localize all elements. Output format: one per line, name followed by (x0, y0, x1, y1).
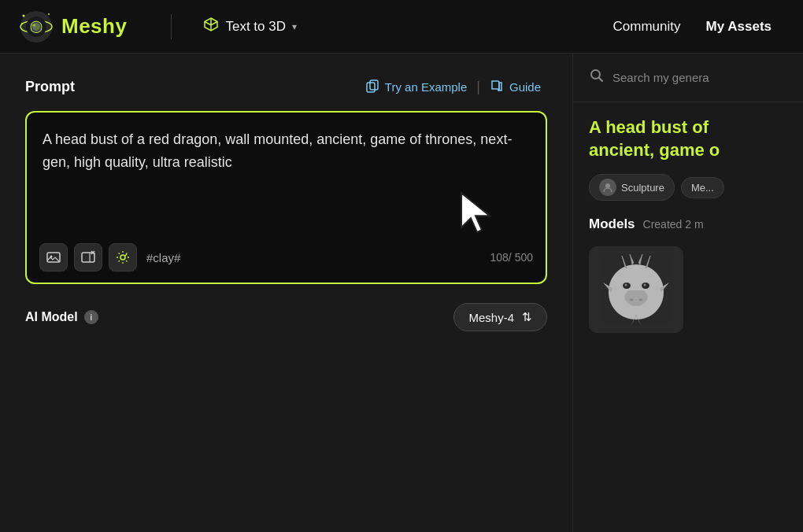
ai-model-row: AI Model i Meshy-4 ⇅ (25, 303, 547, 331)
cursor-arrow (455, 187, 498, 241)
tags-row: Sculpture Me... (573, 168, 803, 207)
ai-model-text: AI Model (25, 310, 78, 324)
nav-text-to-3d[interactable]: Text to 3D ▾ (194, 12, 306, 41)
models-title: Models (589, 216, 635, 232)
guide-label: Guide (509, 80, 541, 94)
svg-rect-12 (82, 253, 94, 262)
result-title: A head bust of ancient, game o (573, 102, 803, 168)
right-panel: Search my genera A head bust of ancient,… (573, 54, 803, 532)
nav-community[interactable]: Community (601, 14, 694, 39)
model-select[interactable]: Meshy-4 ⇅ (453, 303, 547, 331)
image-remove-button[interactable] (74, 243, 102, 272)
svg-point-23 (630, 298, 634, 301)
copy-icon (365, 79, 379, 95)
enhance-button[interactable] (109, 243, 137, 272)
clay-tag: #clay# (146, 251, 180, 264)
try-example-button[interactable]: Try an Example (359, 76, 473, 98)
models-header: Models Created 2 m (573, 207, 803, 238)
logo-icon (19, 9, 54, 44)
left-panel: Prompt Try an Example | (0, 54, 573, 532)
model-value: Meshy-4 (468, 311, 514, 324)
search-bar: Search my genera (573, 54, 803, 102)
prompt-text-content: A head bust of a red dragon, wall mounte… (43, 128, 530, 174)
svg-point-21 (625, 283, 627, 286)
image-upload-button[interactable] (39, 243, 68, 272)
model-thumb-area (573, 238, 803, 341)
info-icon[interactable]: i (84, 310, 98, 324)
svg-rect-9 (370, 80, 378, 90)
tag-sculpture[interactable]: Sculpture (589, 174, 675, 201)
guide-button[interactable]: Guide (483, 76, 547, 98)
chevron-down-icon: ▾ (292, 21, 297, 32)
separator: | (476, 79, 480, 95)
search-icon (589, 68, 605, 87)
search-input[interactable]: Search my genera (612, 71, 787, 84)
try-example-label: Try an Example (385, 80, 467, 94)
svg-point-24 (639, 298, 643, 301)
book-icon (490, 79, 504, 95)
prompt-actions: Try an Example | Guide (359, 76, 547, 98)
prompt-bottom-bar: #clay# 108/ 500 (39, 243, 533, 272)
nav-my-assets[interactable]: My Assets (694, 14, 784, 39)
svg-point-7 (21, 23, 23, 24)
svg-point-4 (32, 24, 35, 26)
app-header: Meshy Text to 3D ▾ Community My Assets (0, 0, 803, 54)
prompt-label: Prompt (25, 79, 359, 95)
models-subtitle: Created 2 m (643, 218, 704, 231)
updown-icon: ⇅ (522, 310, 532, 324)
nav-text-to-3d-label: Text to 3D (225, 19, 286, 35)
ai-model-label: AI Model i (25, 310, 98, 324)
model-thumbnail[interactable] (589, 246, 683, 333)
logo-text: Meshy (61, 14, 127, 39)
tag-me-label: Me... (691, 182, 714, 194)
result-title-line1: A head bust of (589, 116, 787, 139)
svg-rect-8 (367, 83, 375, 92)
logo-area: Meshy (19, 9, 127, 44)
svg-point-5 (23, 14, 25, 17)
char-count: 108/ 500 (490, 251, 534, 264)
cube-icon (203, 17, 219, 36)
svg-point-18 (605, 183, 610, 188)
result-title-line2: ancient, game o (589, 139, 787, 162)
prompt-header: Prompt Try an Example | (25, 76, 547, 98)
main-layout: Prompt Try an Example | (0, 54, 803, 532)
svg-point-3 (32, 23, 40, 31)
header-divider (171, 14, 172, 39)
svg-point-16 (120, 255, 125, 260)
svg-point-6 (48, 13, 50, 15)
svg-point-22 (644, 283, 646, 286)
tag-me[interactable]: Me... (681, 177, 724, 198)
prompt-textarea[interactable]: A head bust of a red dragon, wall mounte… (25, 111, 547, 284)
tag-avatar (599, 179, 616, 196)
tag-sculpture-label: Sculpture (621, 182, 664, 194)
